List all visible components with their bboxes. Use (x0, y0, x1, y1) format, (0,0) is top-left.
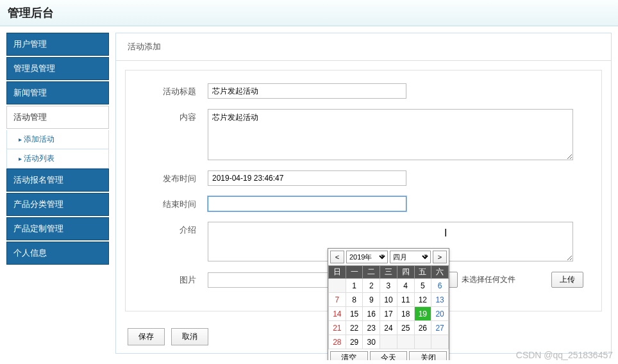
cal-today-button[interactable]: 今天 (370, 351, 408, 360)
cal-day[interactable]: 18 (397, 307, 414, 321)
cal-month-select[interactable]: 四月 (390, 251, 431, 263)
cal-day[interactable]: 29 (346, 335, 363, 349)
sidebar-sub-activity-list[interactable]: 活动列表 (6, 149, 109, 169)
cal-weekday: 五 (414, 266, 431, 279)
content-label: 内容 (144, 109, 208, 123)
cal-year-select[interactable]: 2019年 (346, 251, 388, 263)
cal-day[interactable]: 2 (363, 279, 380, 293)
cal-day (397, 335, 414, 349)
cal-weekday: 四 (397, 266, 414, 279)
panel-title: 活动添加 (116, 33, 611, 61)
cal-clear-button[interactable]: 清空 (330, 351, 368, 360)
cal-day[interactable]: 15 (346, 307, 363, 321)
cal-day[interactable]: 8 (346, 293, 363, 307)
cal-day (329, 279, 346, 293)
cal-prev-button[interactable]: < (330, 251, 344, 263)
cal-day[interactable]: 7 (329, 293, 346, 307)
cal-day[interactable]: 17 (380, 307, 397, 321)
end-label: 结束时间 (144, 196, 208, 210)
cal-day[interactable]: 24 (380, 321, 397, 335)
cal-day[interactable]: 4 (397, 279, 414, 293)
cal-weekday: 日 (329, 266, 346, 279)
cal-day[interactable]: 22 (346, 321, 363, 335)
sidebar-item-news[interactable]: 新闻管理 (6, 81, 109, 104)
sidebar-sub-add-activity[interactable]: 添加活动 (6, 130, 109, 149)
cal-day[interactable]: 5 (414, 279, 431, 293)
cal-day[interactable]: 14 (329, 307, 346, 321)
cancel-button[interactable]: 取消 (171, 328, 208, 345)
cal-day[interactable]: 6 (431, 279, 449, 293)
sidebar: 用户管理 管理员管理 新闻管理 活动管理 添加活动 活动列表 活动报名管理 产品… (6, 33, 109, 354)
cal-day[interactable]: 9 (363, 293, 380, 307)
cal-day[interactable]: 16 (363, 307, 380, 321)
cal-grid: 日一二三四五六 12345678910111213141516171819202… (328, 265, 449, 349)
sidebar-item-custom[interactable]: 产品定制管理 (6, 217, 109, 240)
cal-day (431, 335, 449, 349)
cal-weekday: 三 (380, 266, 397, 279)
cal-day[interactable]: 28 (329, 335, 346, 349)
image-label: 图片 (144, 272, 208, 286)
cal-weekday: 一 (346, 266, 363, 279)
text-cursor-icon: I (444, 228, 447, 239)
cal-day[interactable]: 1 (346, 279, 363, 293)
title-label: 活动标题 (144, 83, 208, 97)
title-input[interactable] (208, 83, 406, 99)
app-header: 管理后台 (0, 0, 618, 26)
cal-day[interactable]: 10 (380, 293, 397, 307)
publish-label: 发布时间 (144, 170, 208, 185)
cal-day[interactable]: 23 (363, 321, 380, 335)
cal-day[interactable]: 3 (380, 279, 397, 293)
date-picker: < 2019年 四月 > 日一二三四五六 1234567891011121314… (328, 248, 449, 360)
cal-day[interactable]: 13 (431, 293, 449, 307)
cal-weekday: 六 (431, 266, 449, 279)
sidebar-item-users[interactable]: 用户管理 (6, 33, 109, 56)
sidebar-item-admins[interactable]: 管理员管理 (6, 57, 109, 80)
cal-day[interactable]: 27 (431, 321, 449, 335)
sidebar-item-activity[interactable]: 活动管理 (6, 106, 109, 129)
content-textarea[interactable]: 芯片发起活动 (208, 109, 573, 160)
cal-day[interactable]: 25 (397, 321, 414, 335)
cal-day (414, 335, 431, 349)
cal-day[interactable]: 11 (397, 293, 414, 307)
cal-close-button[interactable]: 关闭 (409, 351, 447, 360)
sidebar-item-category[interactable]: 产品分类管理 (6, 193, 109, 216)
upload-button[interactable]: 上传 (551, 272, 583, 288)
cal-day[interactable]: 21 (329, 321, 346, 335)
sidebar-item-signup[interactable]: 活动报名管理 (6, 169, 109, 192)
cal-day[interactable]: 30 (363, 335, 380, 349)
cal-day[interactable]: 19 (414, 307, 431, 321)
sidebar-item-profile[interactable]: 个人信息 (6, 242, 109, 265)
main-panel: 活动添加 活动标题 内容 芯片发起活动 发布时间 结束时间 介绍 (115, 33, 612, 354)
cal-next-button[interactable]: > (433, 251, 447, 263)
cal-weekday: 二 (363, 266, 380, 279)
cal-day (380, 335, 397, 349)
cal-day[interactable]: 20 (431, 307, 449, 321)
no-file-text: 未选择任何文件 (462, 274, 515, 285)
publish-input[interactable] (208, 170, 406, 186)
save-button[interactable]: 保存 (128, 328, 165, 345)
cal-day[interactable]: 12 (414, 293, 431, 307)
cal-day[interactable]: 26 (414, 321, 431, 335)
end-input[interactable] (208, 196, 406, 211)
watermark: CSDN @qq_251836457 (516, 350, 613, 360)
intro-label: 介绍 (144, 222, 208, 236)
app-title: 管理后台 (8, 5, 610, 21)
